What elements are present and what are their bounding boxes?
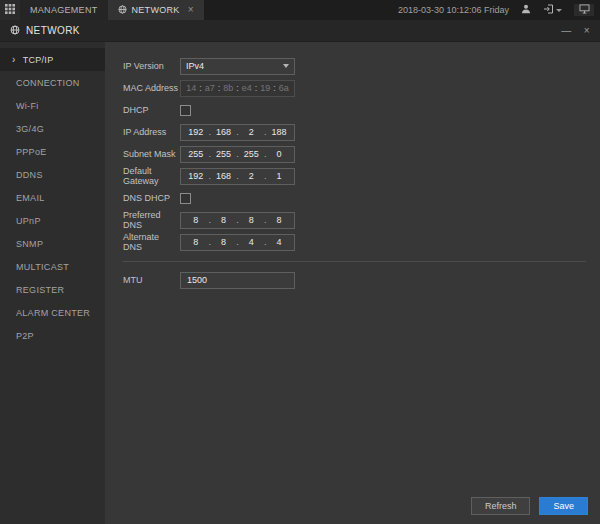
sidebar-item-email[interactable]: EMAIL [0, 186, 105, 209]
dhcp-checkbox[interactable] [180, 105, 191, 116]
user-account-button[interactable] [521, 4, 531, 16]
ip-version-select[interactable]: IPv4 [180, 58, 295, 75]
ip-octet[interactable]: 168 [212, 171, 236, 181]
refresh-button[interactable]: Refresh [471, 497, 531, 515]
ip-octet[interactable]: 1 [267, 171, 291, 181]
panel-title-bar: NETWORK — × [0, 20, 600, 42]
sidebar-item-label: TCP/IP [23, 55, 54, 65]
logout-button[interactable] [543, 4, 562, 16]
preferred-dns-input[interactable]: 8 . 8 . 8 . 8 [180, 212, 295, 229]
sidebar-item-label: MULTICAST [16, 262, 69, 272]
apps-grid-button[interactable] [0, 0, 20, 20]
ip-octet[interactable]: 192 [184, 171, 208, 181]
mtu-input[interactable]: 1500 [180, 272, 295, 289]
tab-network[interactable]: NETWORK × [108, 0, 204, 20]
sidebar-item-connection[interactable]: CONNECTION [0, 71, 105, 94]
sidebar-item-label: 3G/4G [16, 124, 44, 134]
dns-dhcp-checkbox[interactable] [180, 193, 191, 204]
ip-octet[interactable]: 4 [240, 237, 264, 247]
close-icon[interactable]: × [584, 26, 590, 36]
sidebar-item-tcpip[interactable]: › TCP/IP [0, 48, 105, 71]
default-gateway-row: Default Gateway 192 . 168 . 2 . 1 [105, 165, 600, 187]
sidebar-item-label: ALARM CENTER [16, 308, 90, 318]
ip-octet[interactable]: 0 [267, 149, 291, 159]
active-item-arrow-icon: › [12, 54, 16, 65]
sidebar-item-3g4g[interactable]: 3G/4G [0, 117, 105, 140]
panel-title: NETWORK [26, 25, 80, 36]
nvr-screen: MANAGEMENT NETWORK × 2018-03-30 10:12:06… [0, 0, 600, 524]
tab-network-label: NETWORK [132, 5, 180, 15]
panel-body: › TCP/IP CONNECTION Wi-Fi 3G/4G PPPoE DD… [0, 42, 600, 524]
mtu-value: 1500 [187, 275, 207, 285]
default-gateway-input[interactable]: 192 . 168 . 2 . 1 [180, 168, 295, 185]
ip-octet[interactable]: 2 [240, 127, 264, 137]
sidebar-item-label: DDNS [16, 170, 43, 180]
ip-version-row: IP Version IPv4 [105, 55, 600, 77]
ip-address-label: IP Address [123, 127, 180, 137]
ip-octet[interactable]: 188 [267, 127, 291, 137]
sidebar-item-wifi[interactable]: Wi-Fi [0, 94, 105, 117]
tcpip-settings-panel: IP Version IPv4 MAC Address 14 : a7 : 8b… [105, 42, 600, 524]
display-settings-button[interactable] [574, 4, 594, 16]
section-divider [123, 261, 586, 262]
ip-octet[interactable]: 255 [184, 149, 208, 159]
ip-octet[interactable]: 8 [212, 237, 236, 247]
ip-octet[interactable]: 192 [184, 127, 208, 137]
ip-version-value: IPv4 [186, 61, 204, 71]
ip-octet[interactable]: 8 [184, 215, 208, 225]
window-controls: — × [561, 26, 590, 36]
tab-management[interactable]: MANAGEMENT [20, 0, 108, 20]
ip-octet[interactable]: 255 [212, 149, 236, 159]
mac-segment: e4 [240, 83, 255, 93]
mac-address-label: MAC Address [123, 83, 180, 93]
dns-dhcp-label: DNS DHCP [123, 193, 180, 203]
network-panel-icon [10, 25, 20, 37]
sidebar-item-label: CONNECTION [16, 78, 80, 88]
sidebar-item-label: P2P [16, 331, 34, 341]
minimize-icon[interactable]: — [561, 26, 571, 36]
sidebar-item-ddns[interactable]: DDNS [0, 163, 105, 186]
datetime-display: 2018-03-30 10:12:06 Friday [398, 5, 509, 15]
mtu-row: MTU 1500 [105, 269, 600, 291]
sidebar-item-alarm-center[interactable]: ALARM CENTER [0, 301, 105, 324]
footer-actions: Refresh Save [471, 497, 588, 515]
alternate-dns-row: Alternate DNS 8 . 8 . 4 . 4 [105, 231, 600, 253]
sidebar-item-pppoe[interactable]: PPPoE [0, 140, 105, 163]
sidebar-item-p2p[interactable]: P2P [0, 324, 105, 347]
mac-segment: 19 [258, 83, 273, 93]
dhcp-row: DHCP [105, 99, 600, 121]
alternate-dns-label: Alternate DNS [123, 232, 180, 252]
sidebar-item-register[interactable]: REGISTER [0, 278, 105, 301]
ip-octet[interactable]: 8 [240, 215, 264, 225]
ip-version-label: IP Version [123, 61, 180, 71]
ip-octet[interactable]: 255 [240, 149, 264, 159]
chevron-down-icon [283, 64, 289, 68]
user-icon [521, 4, 531, 16]
sidebar-item-label: REGISTER [16, 285, 64, 295]
ip-octet[interactable]: 8 [184, 237, 208, 247]
alternate-dns-input[interactable]: 8 . 8 . 4 . 4 [180, 234, 295, 251]
logout-icon [543, 4, 554, 16]
logout-caret-icon [556, 9, 562, 12]
subnet-mask-row: Subnet Mask 255 . 255 . 255 . 0 [105, 143, 600, 165]
sidebar-item-multicast[interactable]: MULTICAST [0, 255, 105, 278]
ip-octet[interactable]: 2 [240, 171, 264, 181]
monitor-icon [579, 4, 590, 16]
ip-octet[interactable]: 168 [212, 127, 236, 137]
mac-segment: 14 [184, 83, 199, 93]
sidebar-item-upnp[interactable]: UPnP [0, 209, 105, 232]
ip-address-input[interactable]: 192 . 168 . 2 . 188 [180, 124, 295, 141]
save-button[interactable]: Save [539, 497, 588, 515]
ip-octet[interactable]: 4 [267, 237, 291, 247]
sidebar-item-snmp[interactable]: SNMP [0, 232, 105, 255]
top-bar-right: 2018-03-30 10:12:06 Friday [398, 0, 600, 20]
sidebar-item-label: EMAIL [16, 193, 45, 203]
dns-dhcp-row: DNS DHCP [105, 187, 600, 209]
tab-close-icon[interactable]: × [188, 5, 194, 15]
ip-octet[interactable]: 8 [267, 215, 291, 225]
mac-address-input: 14 : a7 : 8b : e4 : 19 : 6a [180, 80, 295, 97]
subnet-mask-input[interactable]: 255 . 255 . 255 . 0 [180, 146, 295, 163]
ip-octet[interactable]: 8 [212, 215, 236, 225]
ip-address-row: IP Address 192 . 168 . 2 . 188 [105, 121, 600, 143]
sidebar: › TCP/IP CONNECTION Wi-Fi 3G/4G PPPoE DD… [0, 42, 105, 524]
